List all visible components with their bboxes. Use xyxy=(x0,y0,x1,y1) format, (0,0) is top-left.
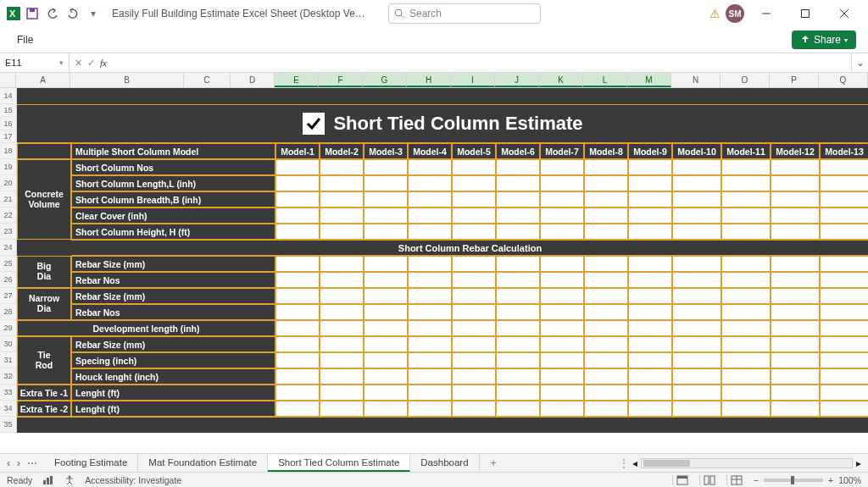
cancel-formula-icon[interactable]: ✕ xyxy=(75,58,82,69)
row-header[interactable]: 14 xyxy=(0,88,17,104)
data-cell[interactable] xyxy=(540,159,584,175)
data-cell[interactable] xyxy=(672,256,721,272)
data-cell[interactable] xyxy=(320,304,364,320)
data-cell[interactable] xyxy=(771,208,820,224)
data-cell[interactable] xyxy=(672,272,721,288)
data-cell[interactable] xyxy=(320,159,364,175)
data-cell[interactable] xyxy=(364,320,408,336)
data-cell[interactable] xyxy=(628,256,672,272)
data-cell[interactable] xyxy=(540,175,584,191)
enter-formula-icon[interactable]: ✓ xyxy=(87,58,95,69)
data-cell[interactable] xyxy=(721,401,771,417)
sheet-tab[interactable]: Mat Foundation Estimate xyxy=(138,455,268,472)
data-cell[interactable] xyxy=(628,336,672,352)
data-cell[interactable] xyxy=(408,368,452,385)
data-cell[interactable] xyxy=(584,320,628,336)
data-cell[interactable] xyxy=(584,191,628,208)
data-cell[interactable] xyxy=(721,224,771,240)
data-cell[interactable] xyxy=(496,385,540,401)
row-header[interactable]: 23 xyxy=(0,224,17,240)
data-cell[interactable] xyxy=(452,175,496,191)
data-cell[interactable] xyxy=(408,175,452,191)
sheet-tab[interactable]: Dashboard xyxy=(410,455,479,472)
search-input[interactable]: Search xyxy=(388,3,541,24)
row-header[interactable]: 35 xyxy=(0,417,17,433)
data-cell[interactable] xyxy=(628,175,672,191)
data-cell[interactable] xyxy=(628,159,672,175)
column-header-E[interactable]: E xyxy=(275,73,319,87)
row-header[interactable]: 32 xyxy=(0,368,17,385)
column-header-C[interactable]: C xyxy=(184,73,231,87)
data-cell[interactable] xyxy=(672,208,721,224)
data-cell[interactable] xyxy=(771,304,820,320)
zoom-level[interactable]: 100% xyxy=(838,475,861,485)
data-cell[interactable] xyxy=(540,272,584,288)
data-cell[interactable] xyxy=(540,336,584,352)
data-cell[interactable] xyxy=(452,224,496,240)
close-button[interactable] xyxy=(827,2,861,25)
column-header-H[interactable]: H xyxy=(407,73,451,87)
data-cell[interactable] xyxy=(364,191,408,208)
data-cell[interactable] xyxy=(452,368,496,385)
data-cell[interactable] xyxy=(820,385,868,401)
data-cell[interactable] xyxy=(540,352,584,368)
data-cell[interactable] xyxy=(452,385,496,401)
data-cell[interactable] xyxy=(320,224,364,240)
scroll-thumb[interactable] xyxy=(643,460,690,467)
data-cell[interactable] xyxy=(820,288,868,304)
column-header-D[interactable]: D xyxy=(231,73,275,87)
data-cell[interactable] xyxy=(771,352,820,368)
data-cell[interactable] xyxy=(628,288,672,304)
data-cell[interactable] xyxy=(672,304,721,320)
data-cell[interactable] xyxy=(275,320,320,336)
data-cell[interactable] xyxy=(275,159,320,175)
data-cell[interactable] xyxy=(364,256,408,272)
data-cell[interactable] xyxy=(820,272,868,288)
data-cell[interactable] xyxy=(364,401,408,417)
fx-icon[interactable]: fx xyxy=(100,58,107,68)
data-cell[interactable] xyxy=(721,320,771,336)
data-cell[interactable] xyxy=(408,288,452,304)
data-cell[interactable] xyxy=(320,320,364,336)
data-cell[interactable] xyxy=(771,175,820,191)
data-cell[interactable] xyxy=(628,401,672,417)
data-cell[interactable] xyxy=(672,191,721,208)
data-cell[interactable] xyxy=(672,401,721,417)
row-header[interactable]: 27 xyxy=(0,288,17,304)
accessibility-status[interactable]: Accessibility: Investigate xyxy=(85,475,181,485)
column-header-K[interactable]: K xyxy=(539,73,583,87)
tab-split-icon[interactable]: ⋮ xyxy=(619,457,629,469)
accessibility-icon[interactable] xyxy=(64,475,75,485)
data-cell[interactable] xyxy=(320,272,364,288)
data-cell[interactable] xyxy=(820,320,868,336)
data-cell[interactable] xyxy=(771,336,820,352)
data-cell[interactable] xyxy=(408,191,452,208)
data-cell[interactable] xyxy=(496,272,540,288)
data-cell[interactable] xyxy=(820,256,868,272)
data-cell[interactable] xyxy=(452,304,496,320)
data-cell[interactable] xyxy=(584,385,628,401)
name-box[interactable]: E11 ▾ xyxy=(0,53,70,72)
data-cell[interactable] xyxy=(408,159,452,175)
data-cell[interactable] xyxy=(584,208,628,224)
qat-dropdown-icon[interactable]: ▾ xyxy=(86,7,100,20)
data-cell[interactable] xyxy=(628,368,672,385)
data-cell[interactable] xyxy=(820,304,868,320)
data-cell[interactable] xyxy=(275,224,320,240)
data-cell[interactable] xyxy=(496,401,540,417)
data-cell[interactable] xyxy=(408,256,452,272)
tab-nav-prev-icon[interactable]: ‹ xyxy=(7,457,10,469)
data-cell[interactable] xyxy=(771,191,820,208)
data-cell[interactable] xyxy=(721,352,771,368)
data-cell[interactable] xyxy=(584,401,628,417)
data-cell[interactable] xyxy=(275,368,320,385)
data-cell[interactable] xyxy=(820,224,868,240)
data-cell[interactable] xyxy=(540,288,584,304)
data-cell[interactable] xyxy=(320,191,364,208)
data-cell[interactable] xyxy=(452,401,496,417)
row-header[interactable]: 24 xyxy=(0,240,17,256)
data-cell[interactable] xyxy=(540,401,584,417)
expand-formula-bar-icon[interactable]: ⌄ xyxy=(851,53,868,72)
scroll-left-icon[interactable]: ◂ xyxy=(632,457,637,469)
data-cell[interactable] xyxy=(408,208,452,224)
